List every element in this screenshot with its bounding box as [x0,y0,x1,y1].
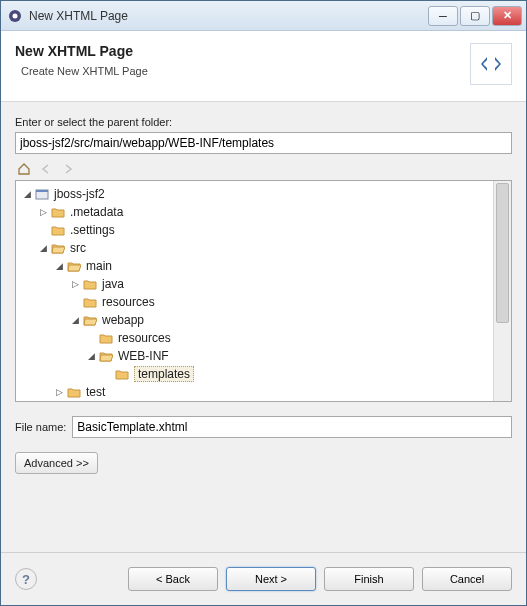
window-title: New XHTML Page [29,9,426,23]
tree-scroll[interactable]: ◢ jboss-jsf2 ▷.metadata .settings ◢src [16,181,493,401]
folder-icon [82,277,98,291]
tree-label: .settings [70,223,115,237]
folder-icon [82,295,98,309]
wizard-header: New XHTML Page Create New XHTML Page [1,31,526,102]
folder-tree: ◢ jboss-jsf2 ▷.metadata .settings ◢src [15,180,512,402]
tree-label: resources [118,331,171,345]
folder-icon [50,205,66,219]
tree-node-resources[interactable]: resources [70,293,493,311]
tree-label: java [102,277,124,291]
app-icon [7,8,23,24]
tree-node-test[interactable]: ▷test [54,383,493,401]
filename-label: File name: [15,421,66,433]
tree-label-selected: templates [134,366,194,382]
xhtml-icon [470,43,512,85]
tree-node-settings[interactable]: .settings [38,221,493,239]
expand-icon[interactable]: ▷ [54,387,64,397]
tree-node-webinf[interactable]: ◢WEB-INF [86,347,493,365]
page-title: New XHTML Page [15,43,470,59]
tree-node-metadata[interactable]: ▷.metadata [38,203,493,221]
next-button[interactable]: Next > [226,567,316,591]
back-arrow-icon[interactable] [37,160,55,178]
spacer [70,297,80,307]
forward-arrow-icon[interactable] [59,160,77,178]
folder-icon [50,223,66,237]
project-icon [34,187,50,201]
spacer [38,225,48,235]
folder-open-icon [98,349,114,363]
tree-node-webapp[interactable]: ◢webapp [70,311,493,329]
tree-label: main [86,259,112,273]
tree-toolbar [15,160,512,178]
expand-icon[interactable]: ◢ [22,189,32,199]
expand-icon[interactable]: ◢ [86,351,96,361]
parent-folder-input[interactable] [15,132,512,154]
page-subtitle: Create New XHTML Page [21,65,470,77]
tree-node-src[interactable]: ◢src [38,239,493,257]
tree-label: .metadata [70,205,123,219]
spacer [86,333,96,343]
tree-scrollbar[interactable] [493,181,511,401]
folder-open-icon [66,259,82,273]
back-button[interactable]: < Back [128,567,218,591]
filename-input[interactable] [72,416,512,438]
svg-rect-3 [36,190,48,192]
help-icon[interactable]: ? [15,568,37,590]
scrollbar-thumb[interactable] [496,183,509,323]
folder-open-icon [50,241,66,255]
tree-node-project[interactable]: ◢ jboss-jsf2 [22,185,493,203]
expand-icon[interactable]: ◢ [38,243,48,253]
maximize-button[interactable]: ▢ [460,6,490,26]
folder-icon [114,367,130,381]
spacer [102,369,112,379]
expand-icon[interactable]: ▷ [70,279,80,289]
folder-icon [98,331,114,345]
tree-node-main[interactable]: ◢main [54,257,493,275]
finish-button[interactable]: Finish [324,567,414,591]
tree-node-templates[interactable]: templates [102,365,493,383]
close-button[interactable]: ✕ [492,6,522,26]
expand-icon[interactable]: ▷ [38,207,48,217]
tree-label: src [70,241,86,255]
folder-open-icon [82,313,98,327]
tree-label: test [86,385,105,399]
advanced-button[interactable]: Advanced >> [15,452,98,474]
titlebar[interactable]: New XHTML Page ─ ▢ ✕ [1,1,526,31]
minimize-button[interactable]: ─ [428,6,458,26]
svg-point-1 [13,13,18,18]
expand-icon[interactable]: ◢ [70,315,80,325]
button-bar: ? < Back Next > Finish Cancel [1,552,526,605]
folder-icon [66,385,82,399]
tree-label: jboss-jsf2 [54,187,105,201]
parent-folder-label: Enter or select the parent folder: [15,116,512,128]
dialog-window: New XHTML Page ─ ▢ ✕ New XHTML Page Crea… [0,0,527,606]
cancel-button[interactable]: Cancel [422,567,512,591]
tree-label: resources [102,295,155,309]
home-icon[interactable] [15,160,33,178]
tree-node-resources2[interactable]: resources [86,329,493,347]
tree-label: WEB-INF [118,349,169,363]
tree-label: webapp [102,313,144,327]
content-area: Enter or select the parent folder: ◢ jbo… [1,102,526,552]
expand-icon[interactable]: ◢ [54,261,64,271]
tree-node-java[interactable]: ▷java [70,275,493,293]
